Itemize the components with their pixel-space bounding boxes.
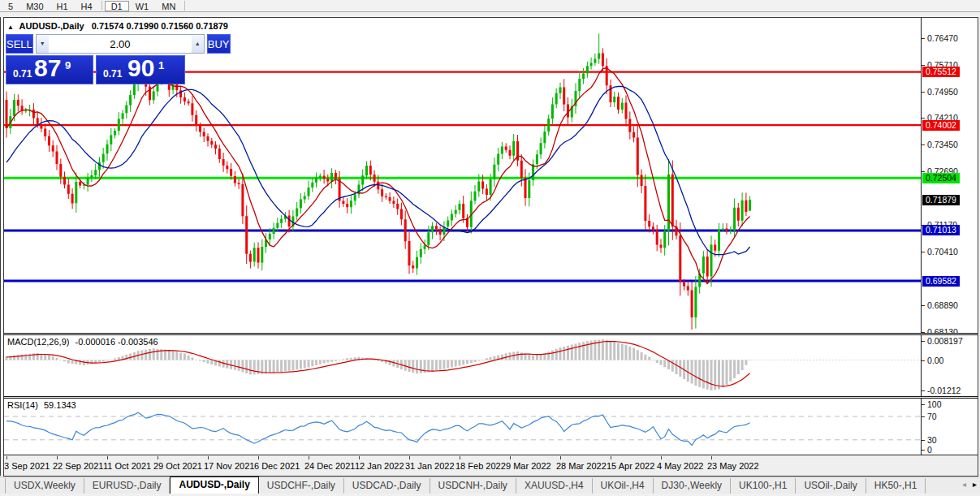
- date-label: 17 Nov 2021: [204, 461, 254, 471]
- symbol-tab-ukoilh4[interactable]: UKOil-,H4: [593, 478, 654, 494]
- date-tick: [711, 456, 712, 459]
- date-tick: [560, 456, 561, 459]
- sell-price-pip-digit: 9: [65, 59, 71, 71]
- symbol-tab-xauusdh4[interactable]: XAUUSD-,H4: [516, 478, 593, 494]
- macd-signal-line: [6, 342, 750, 386]
- symbol-tab-usdcnhdaily[interactable]: USDCNH-,Daily: [430, 478, 516, 494]
- date-label: 11 Oct 2021: [103, 461, 151, 471]
- date-tick: [309, 456, 309, 459]
- timeframe-button-h4[interactable]: H4: [75, 1, 99, 11]
- buy-price-prefix: 0.71: [103, 68, 122, 80]
- volume-decrease-button[interactable]: ▼: [37, 35, 49, 53]
- date-tick: [460, 456, 460, 459]
- tab-scroll-left-icon[interactable]: ◂: [962, 480, 966, 489]
- current-price-badge: 0.71879: [922, 195, 960, 205]
- macd-histogram: [6, 339, 752, 390]
- date-tick: [510, 456, 511, 459]
- volume-spinner: ▼ ▲: [36, 34, 205, 54]
- symbol-tab-dj30weekly[interactable]: DJ30-,Weekly: [654, 478, 731, 494]
- timeframe-button-mn[interactable]: MN: [155, 1, 182, 11]
- buy-price-box[interactable]: 0.71 90 1: [96, 55, 185, 84]
- tab-scroll-right-icon[interactable]: ▸: [973, 480, 977, 489]
- window-edge: [0, 17, 1, 476]
- macd-legend: MACD(12,26,9) -0.000016 -0.003546: [7, 337, 158, 347]
- toolbar-separator: [184, 1, 185, 11]
- axis-separator: [4, 455, 978, 455]
- date-label: 23 May 2022: [707, 461, 759, 471]
- timeframe-button-5[interactable]: 5: [2, 1, 19, 11]
- volume-increase-button[interactable]: ▲: [192, 35, 204, 53]
- level-price-badge: 0.71013: [922, 225, 960, 235]
- rsi-legend: RSI(14) 59.1343: [7, 400, 76, 410]
- timeframe-toolbar: 5M30H1H4D1W1MN: [0, 0, 980, 12]
- symbol-tab-audusddaily[interactable]: AUDUSD-,Daily: [170, 477, 258, 494]
- down-candle-wicks: [6, 48, 746, 330]
- date-label: 31 Jan 2022: [405, 461, 455, 471]
- level-price-badge: 0.74002: [922, 120, 960, 131]
- symbol-tab-usdchfdaily[interactable]: USDCHF-,Daily: [259, 478, 344, 494]
- date-tick: [661, 456, 662, 459]
- timeframe-button-h1[interactable]: H1: [50, 1, 75, 11]
- date-tick: [158, 456, 158, 459]
- volume-input[interactable]: [49, 35, 192, 53]
- date-tick: [107, 456, 108, 459]
- chart-symbol-label: AUDUSD-,Daily: [19, 21, 84, 31]
- chart-title: ▲ AUDUSD-,Daily 0.71574 0.71990 0.71560 …: [7, 21, 228, 31]
- date-tick: [611, 456, 611, 459]
- date-label: 3 Sep 2021: [4, 461, 50, 471]
- symbol-tab-eurusddaily[interactable]: EURUSD-,Daily: [84, 478, 171, 494]
- date-label: 24 Dec 2021: [304, 461, 355, 471]
- date-tick: [359, 456, 360, 459]
- buy-button[interactable]: BUY: [207, 34, 231, 54]
- main-price-chart[interactable]: ▲ AUDUSD-,Daily 0.71574 0.71990 0.71560 …: [4, 18, 921, 333]
- rsi-axis: 10070300: [921, 399, 978, 455]
- price-axis[interactable]: 0.764700.757100.749500.742100.734500.726…: [921, 18, 978, 333]
- toolbar-separator: [101, 1, 102, 11]
- date-label: 28 Mar 2022: [556, 461, 607, 471]
- sell-button[interactable]: SELL: [6, 34, 33, 54]
- symbol-tab-hk50h1[interactable]: HK50-,H1: [866, 478, 926, 494]
- buy-price-big-digits: 90: [127, 54, 154, 82]
- sell-price-prefix: 0.71: [13, 68, 32, 80]
- date-tick: [208, 456, 209, 459]
- date-label: 29 Oct 2021: [153, 461, 202, 471]
- symbol-tab-usdcaddaily[interactable]: USDCAD-,Daily: [344, 478, 430, 494]
- date-axis[interactable]: 3 Sep 202122 Sep 202111 Oct 202129 Oct 2…: [4, 456, 978, 476]
- one-click-trade-panel: SELL ▼ ▲ BUY 0.71 87 9 0.71: [6, 34, 186, 84]
- date-label: 15 Apr 2022: [607, 461, 654, 471]
- rsi-panel[interactable]: RSI(14) 59.1343: [4, 399, 921, 455]
- date-label: 6 Dec 2021: [254, 461, 300, 471]
- symbol-tabbar: USDX,WeeklyEURUSD-,DailyAUDUSD-,DailyUSD…: [0, 477, 980, 494]
- date-label: 22 Sep 2021: [53, 461, 103, 471]
- macd-axis: 0.0081970.00-0.01212: [921, 335, 978, 396]
- symbol-tab-usoildaily[interactable]: USOil-,Daily: [796, 478, 866, 494]
- level-price-badge: 0.72504: [922, 173, 960, 183]
- date-label: 18 Feb 2022: [455, 461, 506, 471]
- date-tick: [6, 456, 7, 459]
- chart-ohlc-values: 0.71574 0.71990 0.71560 0.71879: [92, 21, 228, 31]
- timeframe-button-d1[interactable]: D1: [105, 1, 129, 11]
- buy-price-pip-digit: 1: [158, 59, 164, 71]
- rsi-line: [6, 412, 750, 445]
- tab-scroll-arrows: ◂▸: [962, 480, 977, 489]
- date-tick: [57, 456, 58, 459]
- down-candle-bodies: [6, 54, 748, 318]
- timeframe-button-w1[interactable]: W1: [129, 1, 156, 11]
- date-label: 4 May 2022: [657, 461, 703, 471]
- symbol-tab-uk100h1[interactable]: UK100-,H1: [731, 478, 796, 494]
- macd-panel[interactable]: MACD(12,26,9) -0.000016 -0.003546: [4, 335, 921, 396]
- date-tick: [258, 456, 259, 459]
- date-tick: [409, 456, 410, 459]
- symbol-tab-usdxweekly[interactable]: USDX,Weekly: [5, 478, 84, 494]
- date-label: 12 Jan 2022: [355, 461, 404, 471]
- date-label: 9 Mar 2022: [506, 461, 551, 471]
- sell-price-box[interactable]: 0.71 87 9: [6, 55, 93, 84]
- sell-price-big-digits: 87: [34, 54, 61, 82]
- collapse-trade-panel-icon[interactable]: ▲: [7, 24, 14, 31]
- chart-window: ▲ AUDUSD-,Daily 0.71574 0.71990 0.71560 …: [3, 17, 978, 477]
- level-price-badge: 0.69582: [922, 276, 960, 287]
- level-price-badge: 0.75512: [922, 67, 960, 77]
- trading-app: 5M30H1H4D1W1MN ▲ AUDUSD-,Daily 0.71574 0…: [0, 0, 980, 496]
- timeframe-button-m30[interactable]: M30: [19, 1, 50, 11]
